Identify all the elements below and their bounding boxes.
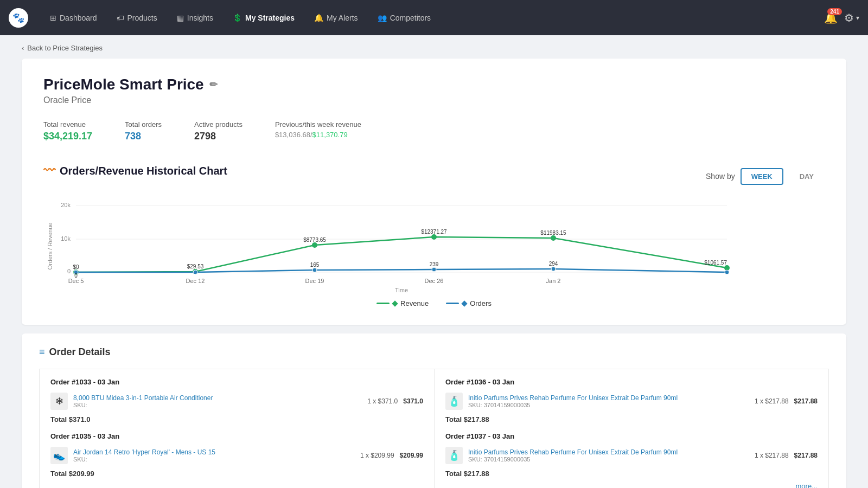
nav-dashboard[interactable]: ⊞ Dashboard xyxy=(41,9,106,27)
brand-logo: 🐾 xyxy=(9,8,28,28)
svg-text:Dec 12: Dec 12 xyxy=(186,278,205,284)
order-1033: Order #1033 - 03 Jan ❄ 8,000 BTU Midea 3… xyxy=(50,378,423,423)
product-name-perfume2[interactable]: Initio Parfums Prives Rehab Perfume For … xyxy=(468,448,749,456)
show-by-label: Show by xyxy=(706,172,735,181)
nav-my-strategies[interactable]: 💲 My Strategies xyxy=(224,9,303,27)
svg-text:165: 165 xyxy=(310,262,320,268)
product-thumb-shoe: 👟 xyxy=(50,447,68,464)
notification-button[interactable]: 🔔 241 xyxy=(824,11,838,24)
product-info-perfume2: Initio Parfums Prives Rehab Perfume For … xyxy=(468,448,749,463)
order-qty-perfume2: 1 x $217.88 xyxy=(755,452,789,459)
legend-revenue-label: Revenue xyxy=(400,299,429,307)
strategy-card: PriceMole Smart Price ✏ Oracle Price Tot… xyxy=(22,59,846,325)
svg-text:Jan 2: Jan 2 xyxy=(546,278,561,284)
page-subtitle: Oracle Price xyxy=(43,95,825,105)
order-1036: Order #1036 - 03 Jan 🧴 Initio Parfums Pr… xyxy=(445,378,818,423)
more-link[interactable]: more... xyxy=(445,482,818,488)
svg-point-10 xyxy=(431,234,437,240)
prev-revenue-label: Previous/this week revenue xyxy=(275,120,361,129)
svg-text:$12371.27: $12371.27 xyxy=(421,229,447,235)
svg-point-23 xyxy=(551,267,556,271)
order-1037: Order #1037 - 03 Jan 🧴 Initio Parfums Pr… xyxy=(445,432,818,478)
svg-point-20 xyxy=(193,270,197,274)
order-1036-header: Order #1036 - 03 Jan xyxy=(445,378,818,386)
prev-revenue-prev: $13,036.68/ xyxy=(275,131,312,139)
svg-text:294: 294 xyxy=(549,261,558,267)
order-1033-line: ❄ 8,000 BTU Midea 3-in-1 Portable Air Co… xyxy=(50,393,423,410)
back-link[interactable]: ‹ Back to Price Strategies xyxy=(22,44,846,52)
order-1036-line: 🧴 Initio Parfums Prives Rehab Perfume Fo… xyxy=(445,393,818,410)
products-icon: 🏷 xyxy=(117,14,124,22)
product-info: 8,000 BTU Midea 3-in-1 Portable Air Cond… xyxy=(73,394,362,408)
prev-revenue-values: $13,036.68/$11,370.79 xyxy=(275,131,361,139)
stat-total-orders: Total orders 738 xyxy=(125,120,162,142)
chart-icon: 〰 xyxy=(43,164,55,178)
order-details-title-text: Order Details xyxy=(49,346,111,358)
svg-text:Dec 19: Dec 19 xyxy=(305,278,324,284)
product-sku-shoe: SKU: xyxy=(73,456,355,463)
legend-revenue: Revenue xyxy=(376,299,429,307)
chart-legend: Revenue Orders xyxy=(43,299,825,307)
product-info-shoe: Air Jordan 14 Retro 'Hyper Royal' - Mens… xyxy=(73,448,355,463)
chart-container: 20k 10k 0 Orders / Revenue xyxy=(43,197,825,295)
total-revenue-value: $34,219.17 xyxy=(43,131,92,142)
order-1037-total: Total $217.88 xyxy=(445,470,818,478)
order-1035-header: Order #1035 - 03 Jan xyxy=(50,432,423,440)
edit-icon[interactable]: ✏ xyxy=(209,79,218,91)
chevron-down-icon: ▾ xyxy=(856,14,859,22)
week-toggle[interactable]: WEEK xyxy=(741,168,783,185)
order-1035-total: Total $209.99 xyxy=(50,470,423,478)
order-1035: Order #1035 - 03 Jan 👟 Air Jordan 14 Ret… xyxy=(50,432,423,478)
chart-title-text: Orders/Revenue Historical Chart xyxy=(60,165,227,177)
order-price-shoe: $209.99 xyxy=(400,452,423,459)
svg-text:239: 239 xyxy=(430,261,439,267)
competitors-icon: 👥 xyxy=(378,14,387,22)
stat-active-products: Active products 2798 xyxy=(194,120,242,142)
svg-point-22 xyxy=(432,267,436,272)
revenue-line-indicator xyxy=(376,303,390,304)
notification-badge: 241 xyxy=(827,8,842,15)
svg-text:Dec 26: Dec 26 xyxy=(425,278,444,284)
order-qty: 1 x $371.0 xyxy=(367,397,398,405)
chart-title: 〰 Orders/Revenue Historical Chart xyxy=(43,164,227,178)
order-1033-header: Order #1033 - 03 Jan xyxy=(50,378,423,386)
stat-prev-revenue: Previous/this week revenue $13,036.68/$1… xyxy=(275,120,361,139)
svg-text:20k: 20k xyxy=(61,202,71,208)
strategies-icon: 💲 xyxy=(233,14,242,22)
nav-my-alerts[interactable]: 🔔 My Alerts xyxy=(305,9,367,27)
total-orders-label: Total orders xyxy=(125,120,162,129)
active-products-value: 2798 xyxy=(194,131,242,142)
svg-text:Time: Time xyxy=(395,287,408,293)
order-qty-shoe: 1 x $209.99 xyxy=(360,452,394,459)
settings-button[interactable]: ⚙ ▾ xyxy=(844,11,859,24)
day-toggle[interactable]: DAY xyxy=(789,168,825,185)
order-qty-perfume: 1 x $217.88 xyxy=(755,397,789,405)
alerts-icon: 🔔 xyxy=(314,14,323,22)
order-price-perfume: $217.88 xyxy=(794,397,818,405)
order-price: $371.0 xyxy=(403,397,423,405)
nav-right: 🔔 241 ⚙ ▾ xyxy=(824,11,859,24)
nav-competitors[interactable]: 👥 Competitors xyxy=(369,9,439,27)
svg-point-21 xyxy=(312,268,317,272)
orders-left-col: Order #1033 - 03 Jan ❄ 8,000 BTU Midea 3… xyxy=(39,369,434,488)
nav-competitors-label: Competitors xyxy=(390,14,431,22)
nav-insights[interactable]: ▦ Insights xyxy=(168,9,222,27)
nav-products[interactable]: 🏷 Products xyxy=(108,9,166,27)
order-1037-line: 🧴 Initio Parfums Prives Rehab Perfume Fo… xyxy=(445,447,818,464)
svg-text:0: 0 xyxy=(67,268,71,274)
revenue-orders-chart: 20k 10k 0 Orders / Revenue xyxy=(43,197,738,295)
legend-orders: Orders xyxy=(446,299,492,307)
brand[interactable]: 🐾 xyxy=(9,8,28,28)
order-details-card: ≡ Order Details Order #1033 - 03 Jan ❄ 8… xyxy=(22,333,846,488)
nav-insights-label: Insights xyxy=(187,14,213,22)
product-name-shoe[interactable]: Air Jordan 14 Retro 'Hyper Royal' - Mens… xyxy=(73,448,355,456)
navbar: 🐾 ⊞ Dashboard 🏷 Products ▦ Insights 💲 My… xyxy=(0,0,868,35)
page-title-text: PriceMole Smart Price xyxy=(43,76,204,93)
nav-dashboard-label: Dashboard xyxy=(60,14,97,22)
product-name-perfume[interactable]: Initio Parfums Prives Rehab Perfume For … xyxy=(468,394,749,402)
product-name[interactable]: 8,000 BTU Midea 3-in-1 Portable Air Cond… xyxy=(73,394,362,402)
svg-text:$11983.15: $11983.15 xyxy=(540,230,566,236)
order-price-perfume2: $217.88 xyxy=(794,452,818,459)
orders-line-indicator xyxy=(446,303,459,304)
stats-row: Total revenue $34,219.17 Total orders 73… xyxy=(43,120,825,142)
